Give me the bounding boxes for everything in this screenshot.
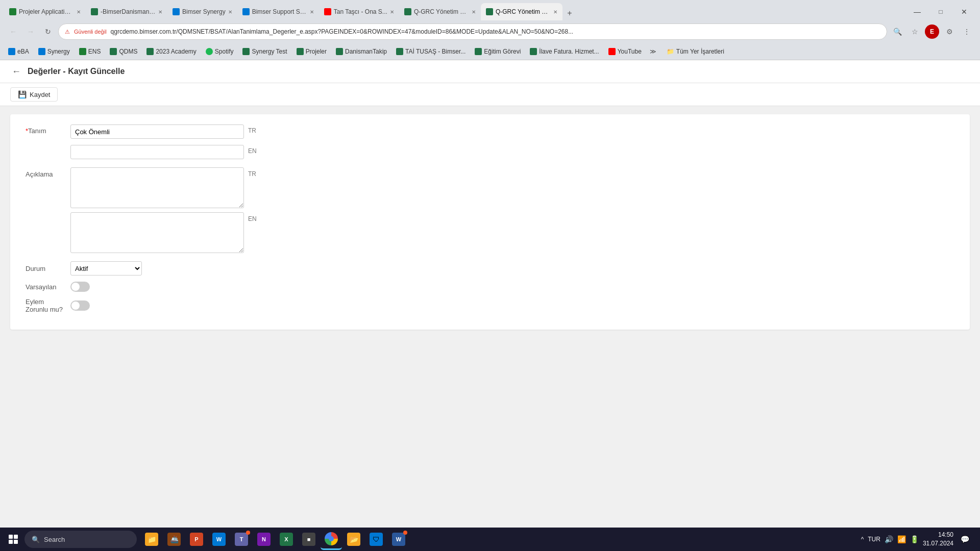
varsayilan-label: Varsayılan	[26, 283, 66, 291]
page-title: Değerler - Kayıt Güncelle	[28, 67, 125, 76]
back-nav-button[interactable]: ←	[6, 24, 20, 39]
tanim-en-lang: EN	[248, 145, 262, 155]
extensions-icon[interactable]: ⚙	[942, 24, 957, 39]
security-label: Güvenli değil	[74, 29, 107, 35]
tray-network-icon[interactable]: 📶	[897, 535, 906, 543]
address-bar[interactable]: ⚠ Güvenli değil qgrcdemo.bimser.com.tr/Q…	[58, 23, 887, 40]
taskbar-search[interactable]: 🔍 Search	[24, 531, 137, 548]
browser-menu-button[interactable]: ⋮	[960, 24, 974, 39]
bookmark-2023academy[interactable]: 2023 Academy	[142, 47, 200, 56]
bookmarks-folder-button[interactable]: 📁 Tüm Yer İşaretleri	[663, 47, 728, 56]
tanim-en-input[interactable]	[70, 145, 244, 159]
new-tab-button[interactable]: +	[562, 6, 577, 20]
tanim-tr-lang: TR	[248, 124, 262, 134]
aciklama-tr-lang: TR	[248, 167, 262, 178]
taskbar-apps: 📁 🚢 P W T N X ■ 📂	[141, 529, 409, 550]
tab-close[interactable]: ✕	[77, 9, 81, 15]
tab-bimser-danisman[interactable]: -BimserDanismanTak... ✕	[86, 3, 167, 20]
back-button[interactable]: ←	[10, 65, 22, 78]
taskbar-app-chrome[interactable]	[321, 529, 342, 550]
taskbar-app-fileexplorer[interactable]: 📁	[141, 529, 162, 550]
tanim-en-row: EN	[26, 145, 954, 159]
form-container: **TanımTanım TR EN Açıklama TR EN Durum	[10, 114, 970, 330]
taskbar: 🔍 Search 📁 🚢 P W T N X ■	[0, 528, 980, 551]
tray-time: 14:50	[923, 531, 953, 539]
aciklama-en-row: EN	[26, 212, 954, 253]
tab-bimser-synergy[interactable]: Bimser Synergy ✕	[167, 3, 237, 20]
varsayilan-toggle[interactable]	[70, 282, 90, 292]
start-button[interactable]	[4, 530, 22, 548]
taskbar-app-teams[interactable]: T	[231, 529, 252, 550]
tab-close[interactable]: ✕	[472, 9, 476, 15]
eylem-toggle[interactable]	[70, 300, 90, 311]
taskbar-app-security[interactable]: 🛡	[365, 529, 387, 550]
toolbar: 💾 Kaydet	[0, 83, 980, 106]
tab-close[interactable]: ✕	[228, 9, 232, 15]
taskbar-app-powerpoint[interactable]: P	[186, 529, 207, 550]
forward-nav-button[interactable]: →	[23, 24, 38, 39]
tab-close[interactable]: ✕	[158, 9, 162, 15]
url-text: qgrcdemo.bimser.com.tr/QDMSNET/BSAT/Alan…	[111, 28, 880, 35]
bookmark-projeler[interactable]: Projeler	[292, 47, 331, 56]
taskbar-app-windows-tile[interactable]: W	[208, 529, 230, 550]
taskbar-search-text: Search	[44, 536, 65, 543]
bookmark-qdms[interactable]: QDMS	[106, 47, 141, 56]
varsayilan-row: Varsayılan	[26, 282, 954, 292]
minimize-button[interactable]: ―	[905, 3, 929, 20]
tab-projeler[interactable]: Projeler Applications ✕	[4, 3, 86, 20]
maximize-button[interactable]: □	[929, 3, 952, 20]
taskbar-app-excel[interactable]: X	[276, 529, 297, 550]
tab-close[interactable]: ✕	[310, 9, 314, 15]
tab-qgrc1[interactable]: Q-GRC Yönetim Siste... ✕	[399, 3, 481, 20]
bookmark-youtube[interactable]: YouTube	[604, 47, 646, 56]
bookmark-egitim[interactable]: Eğitim Görevi	[471, 47, 525, 56]
tab-qgrc2-active[interactable]: Q-GRC Yönetim Siste... ✕	[481, 3, 562, 20]
bookmark-ens[interactable]: ENS	[75, 47, 105, 56]
tray-time-date[interactable]: 14:50 31.07.2024	[923, 531, 953, 548]
bookmark-eba[interactable]: eBA	[4, 47, 33, 56]
bookmark-tai[interactable]: TAİ TUSAŞ - Bimser...	[392, 47, 470, 56]
taskbar-app-ship[interactable]: 🚢	[163, 529, 185, 550]
taskbar-app-files[interactable]: 📂	[343, 529, 364, 550]
bookmark-danisman[interactable]: DanismanTakip	[332, 47, 391, 56]
taskbar-app-onenote[interactable]: N	[253, 529, 275, 550]
bookmarks-bar: eBA Synergy ENS QDMS 2023 Academy Spotif…	[0, 43, 980, 60]
tab-close[interactable]: ✕	[390, 9, 394, 15]
tab-bar: Projeler Applications ✕ -BimserDanismanT…	[0, 0, 980, 20]
durum-select[interactable]: Aktif Pasif	[70, 261, 142, 276]
bookmark-ilave[interactable]: İlave Fatura. Hizmet...	[526, 47, 603, 56]
aciklama-en-textarea[interactable]	[70, 212, 244, 253]
address-bar-row: ← → ↻ ⚠ Güvenli değil qgrcdemo.bimser.co…	[0, 20, 980, 43]
bookmark-synergy[interactable]: Synergy	[34, 47, 74, 56]
bookmark-spotify[interactable]: Spotify	[202, 47, 238, 56]
save-button[interactable]: 💾 Kaydet	[10, 87, 58, 102]
browser-window: Projeler Applications ✕ -BimserDanismanT…	[0, 0, 980, 60]
tanim-tr-input[interactable]	[70, 124, 244, 139]
search-icon[interactable]: 🔍	[890, 24, 904, 39]
taskbar-app-word[interactable]: W	[388, 529, 409, 550]
bookmarks-more-button[interactable]: ≫	[647, 47, 659, 56]
aciklama-en-lang: EN	[248, 212, 262, 222]
tray-volume-icon[interactable]: 🔊	[885, 535, 893, 543]
notification-button[interactable]: 💬	[958, 532, 972, 546]
tab-bimser-support[interactable]: Bimser Support Syst... ✕	[237, 3, 319, 20]
aciklama-tr-textarea[interactable]	[70, 167, 244, 208]
tray-lang[interactable]: TUR	[868, 536, 880, 543]
durum-row: Durum Aktif Pasif	[26, 261, 954, 276]
tray-battery-icon[interactable]: 🔋	[910, 535, 919, 543]
tray-expand-icon[interactable]: ^	[861, 536, 864, 543]
save-icon: 💾	[18, 90, 27, 98]
security-icon: ⚠	[65, 29, 70, 35]
bookmark-star-icon[interactable]: ☆	[908, 24, 922, 39]
tab-close-active[interactable]: ✕	[553, 9, 557, 15]
close-button[interactable]: ✕	[952, 3, 976, 20]
reload-button[interactable]: ↻	[41, 24, 55, 39]
tab-tan-tasci[interactable]: Tan Taşcı - Ona S... ✕	[319, 3, 399, 20]
tanim-label: **TanımTanım	[26, 124, 66, 135]
tray-date: 31.07.2024	[923, 539, 953, 548]
profile-avatar[interactable]: E	[925, 24, 939, 39]
taskbar-app-dark[interactable]: ■	[298, 529, 320, 550]
bookmark-synergy-test[interactable]: Synergy Test	[238, 47, 291, 56]
eylem-label: Eylem Zorunlu mu?	[26, 298, 66, 313]
durum-label: Durum	[26, 265, 66, 272]
